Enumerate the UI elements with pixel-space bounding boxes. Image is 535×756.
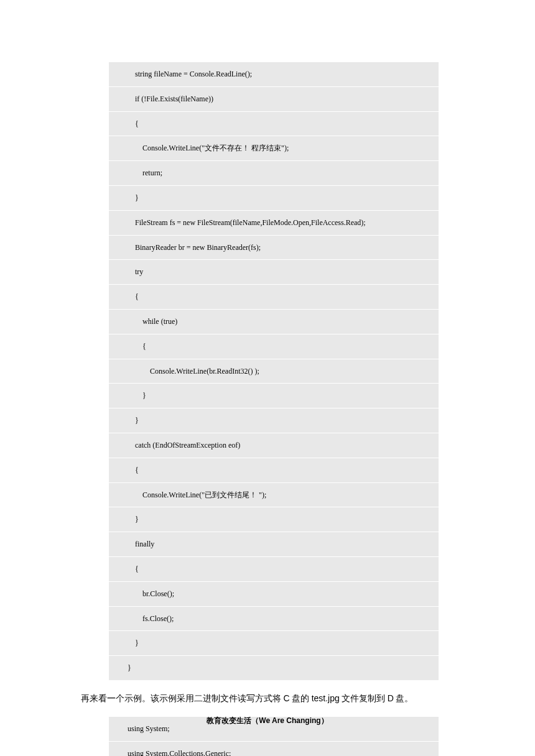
code-line: }: [109, 186, 439, 211]
code-line: BinaryReader br = new BinaryReader(fs);: [109, 236, 439, 260]
code-line: fs.Close();: [109, 607, 439, 632]
code-line: return;: [109, 161, 439, 186]
code-line: }: [109, 408, 439, 433]
code-line: br.Close();: [109, 582, 439, 607]
footer-text-close: ）: [321, 716, 328, 725]
code-line: {: [109, 334, 439, 359]
code-line: }: [109, 631, 439, 656]
code-line: try: [109, 260, 439, 285]
paragraph-text: 再来看一个示例。该示例采用二进制文件读写方式将: [81, 694, 284, 703]
code-line: Console.WriteLine(br.ReadInt32() );: [109, 359, 439, 384]
code-line: using System.Collections.Generic;: [109, 742, 439, 756]
code-line: {: [109, 458, 439, 483]
code-line: FileStream fs = new FileStream(fileName,…: [109, 211, 439, 236]
code-line: {: [109, 557, 439, 582]
code-line: catch (EndOfStreamException eof): [109, 433, 439, 458]
paragraph-text: 盘的: [290, 694, 312, 703]
paragraph-text: test.jpg: [312, 693, 340, 703]
paragraph-text: 盘。: [394, 694, 414, 703]
code-line: finally: [109, 532, 439, 557]
code-block-1: string fileName = Console.ReadLine(); if…: [109, 62, 439, 680]
body-paragraph: 再来看一个示例。该示例采用二进制文件读写方式将 C 盘的 test.jpg 文件…: [81, 691, 454, 706]
code-line: }: [109, 507, 439, 532]
code-line: {: [109, 285, 439, 310]
code-line: }: [109, 656, 439, 680]
paragraph-text: C: [284, 693, 290, 703]
footer-text-cn: 教育改变生活（: [207, 716, 259, 725]
page-footer: 教育改变生活（We Are Changing）: [0, 716, 535, 726]
paragraph-text: D: [388, 693, 394, 703]
code-line: {: [109, 112, 439, 137]
code-line: while (true): [109, 310, 439, 334]
code-line: if (!File.Exists(fileName)): [109, 87, 439, 112]
code-line: }: [109, 384, 439, 408]
code-line: Console.WriteLine("已到文件结尾！ ");: [109, 483, 439, 508]
code-line: Console.WriteLine("文件不存在！ 程序结束");: [109, 136, 439, 161]
paragraph-text: 文件复制到: [340, 694, 388, 703]
footer-text-en: We Are Changing: [259, 716, 320, 725]
code-line: string fileName = Console.ReadLine();: [109, 62, 439, 87]
